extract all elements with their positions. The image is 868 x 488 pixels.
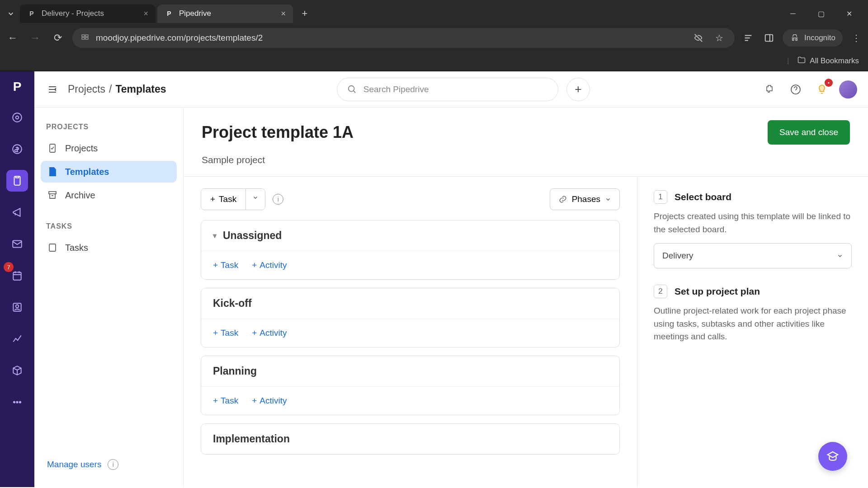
- task-type-dropdown-button[interactable]: [245, 189, 265, 210]
- svg-rect-4: [765, 35, 773, 42]
- sidebar-item-projects[interactable]: Projects: [41, 137, 177, 159]
- incognito-badge[interactable]: Incognito: [783, 29, 843, 47]
- rail-home[interactable]: [6, 107, 28, 128]
- tab-close-icon[interactable]: ×: [143, 9, 148, 19]
- close-window-button[interactable]: ✕: [839, 6, 859, 21]
- phase-actions: +Task +Activity: [201, 251, 619, 279]
- reading-list-icon[interactable]: [741, 31, 755, 45]
- back-button[interactable]: ←: [5, 30, 21, 46]
- add-task-button[interactable]: + Task: [201, 189, 245, 210]
- browser-tab-inactive[interactable]: P Delivery - Projects ×: [20, 5, 156, 23]
- sidebar-item-templates[interactable]: Templates: [41, 161, 177, 183]
- svg-rect-1: [85, 35, 88, 37]
- rail-insights[interactable]: [6, 328, 28, 350]
- tab-close-icon[interactable]: ×: [281, 9, 286, 19]
- page-subtitle[interactable]: Sample project: [202, 155, 850, 165]
- quick-add-button[interactable]: +: [566, 78, 590, 101]
- save-and-close-button[interactable]: Save and close: [768, 120, 850, 145]
- chevron-down-icon: [605, 196, 611, 202]
- phase-header[interactable]: Planning: [201, 356, 619, 386]
- rail-deals[interactable]: [6, 138, 28, 160]
- rail-products[interactable]: [6, 360, 28, 381]
- phase-card-implementation: Implementation: [201, 423, 620, 455]
- guide-column: 1 Select board Projects created using th…: [637, 177, 868, 487]
- add-task-inline[interactable]: +Task: [208, 258, 244, 273]
- svg-rect-3: [85, 38, 88, 39]
- phase-actions: +Task +Activity: [201, 386, 619, 415]
- eye-off-icon[interactable]: [691, 31, 706, 45]
- svg-point-16: [19, 401, 21, 403]
- main-split: PROJECTS Projects Templates Archive TASK…: [34, 108, 868, 487]
- step-number: 1: [654, 190, 667, 204]
- forward-button[interactable]: →: [27, 30, 43, 46]
- maximize-button[interactable]: ▢: [811, 6, 831, 21]
- phase-header[interactable]: Implementation: [201, 424, 619, 454]
- app-shell: P 7 Projects / Templates Se: [0, 71, 868, 487]
- bookmark-star-icon[interactable]: ☆: [712, 31, 726, 45]
- phase-card-planning: Planning +Task +Activity: [201, 356, 620, 415]
- plus-icon: +: [210, 194, 215, 204]
- user-avatar[interactable]: [839, 80, 857, 99]
- sidebar-item-label: Projects: [65, 143, 98, 154]
- pipedrive-logo[interactable]: P: [7, 77, 27, 97]
- all-bookmarks-link[interactable]: All Bookmarks: [810, 56, 859, 66]
- svg-point-7: [13, 113, 22, 122]
- step-description: Outline project-related work for each pr…: [654, 305, 852, 343]
- browser-chrome: P Delivery - Projects × P Pipedrive × + …: [0, 0, 868, 71]
- extensions-icon[interactable]: [760, 80, 778, 99]
- browser-menu-icon[interactable]: ⋮: [849, 31, 863, 45]
- new-tab-button[interactable]: +: [297, 6, 312, 21]
- add-task-inline[interactable]: +Task: [208, 393, 244, 408]
- tab-search-button[interactable]: [4, 6, 18, 21]
- phase-header[interactable]: ▾ Unassigned: [201, 221, 619, 251]
- rail-campaigns[interactable]: [6, 202, 28, 223]
- phase-header[interactable]: Kick-off: [201, 288, 619, 319]
- help-fab[interactable]: [818, 442, 847, 471]
- browser-tab-active[interactable]: P Pipedrive ×: [157, 5, 293, 23]
- tab-title: Delivery - Projects: [42, 9, 138, 18]
- svg-point-17: [349, 85, 354, 91]
- rail-more[interactable]: [6, 391, 28, 413]
- info-icon[interactable]: i: [273, 194, 283, 205]
- page-title[interactable]: Project template 1A: [202, 123, 759, 142]
- breadcrumb: Projects / Templates: [68, 83, 166, 95]
- url-input[interactable]: moodjoy.pipedrive.com/projects/templates…: [72, 28, 735, 48]
- sales-assistant-icon[interactable]: •: [813, 80, 831, 99]
- add-activity-inline[interactable]: +Activity: [246, 393, 292, 408]
- address-bar: ← → ⟳ moodjoy.pipedrive.com/projects/tem…: [0, 24, 868, 52]
- sidebar-item-archive[interactable]: Archive: [41, 184, 177, 206]
- help-icon[interactable]: [787, 80, 805, 99]
- step-number: 2: [654, 285, 667, 298]
- site-settings-icon[interactable]: [80, 33, 90, 44]
- phase-card-unassigned: ▾ Unassigned +Task +Activity: [201, 220, 620, 280]
- breadcrumb-projects[interactable]: Projects: [68, 83, 105, 95]
- svg-point-14: [14, 401, 15, 403]
- board-select[interactable]: Delivery: [654, 243, 852, 268]
- rail-activities[interactable]: 7: [6, 265, 28, 286]
- add-activity-inline[interactable]: +Activity: [246, 258, 292, 273]
- search-input[interactable]: Search Pipedrive: [337, 78, 558, 101]
- add-activity-inline[interactable]: +Activity: [246, 325, 292, 341]
- phases-toolbar: + Task + Activity: [201, 188, 620, 210]
- add-task-inline[interactable]: +Task: [208, 325, 244, 341]
- guide-step-2: 2 Set up project plan Outline project-re…: [654, 285, 852, 343]
- side-panel-icon[interactable]: [762, 31, 776, 45]
- task-label: Task: [219, 194, 236, 204]
- sidebar: PROJECTS Projects Templates Archive TASK…: [34, 108, 184, 487]
- chevron-down-icon: ▾: [213, 231, 217, 240]
- rail-contacts[interactable]: [6, 296, 28, 318]
- reload-button[interactable]: ⟳: [50, 30, 66, 46]
- phases-dropdown-button[interactable]: Phases: [550, 188, 620, 210]
- rail-mail[interactable]: [6, 233, 28, 255]
- svg-point-6: [16, 116, 19, 119]
- phase-actions: +Task +Activity: [201, 319, 619, 347]
- sidebar-item-tasks[interactable]: Tasks: [41, 237, 177, 258]
- collapse-sidebar-button[interactable]: [45, 82, 60, 97]
- rail-badge: 7: [4, 262, 14, 272]
- step-title: Set up project plan: [675, 286, 760, 297]
- manage-users-link[interactable]: Manage users i: [41, 454, 177, 475]
- breadcrumb-templates[interactable]: Templates: [115, 83, 166, 95]
- sidebar-item-label: Tasks: [65, 243, 88, 253]
- rail-projects[interactable]: [6, 170, 28, 192]
- minimize-button[interactable]: ─: [783, 6, 803, 21]
